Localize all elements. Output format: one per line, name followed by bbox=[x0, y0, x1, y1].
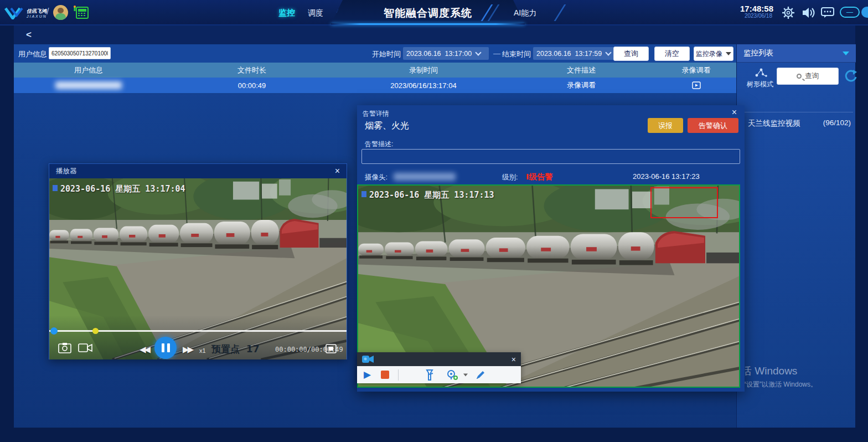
stop-icon[interactable] bbox=[381, 371, 389, 379]
table-header: 用户信息 文件时长 录制时间 文件描述 录像调看 bbox=[14, 63, 736, 78]
user-info-input[interactable] bbox=[49, 47, 111, 59]
phone-icon[interactable] bbox=[72, 6, 90, 20]
alert-desc-label: 告警描述: bbox=[365, 140, 393, 149]
fullscreen-icon[interactable] bbox=[326, 344, 337, 353]
back-bar: < bbox=[14, 25, 855, 44]
table-row[interactable]: 00:00:49 2023/06/16/13:17:04 录像调看 bbox=[14, 78, 736, 93]
close-icon[interactable]: × bbox=[335, 167, 340, 176]
col-description: 文件描述 bbox=[507, 65, 656, 75]
forward-icon[interactable]: ▶▶ bbox=[183, 345, 192, 354]
col-view: 录像调看 bbox=[656, 65, 736, 75]
cell-record-time: 2023/06/16/13:17:04 bbox=[340, 81, 507, 90]
close-icon[interactable]: × bbox=[512, 355, 516, 364]
app-screen: 佳讯飞鸿 JIAXUN / 监控 调度 告警 智能融合调度系统 AI能力 17:… bbox=[0, 0, 868, 442]
player-title: 播放器 bbox=[56, 167, 77, 176]
speed-label: x1 bbox=[199, 347, 206, 354]
pencil-icon[interactable] bbox=[475, 369, 486, 381]
refresh-icon[interactable] bbox=[843, 69, 858, 84]
camera-group-count: (96/102) bbox=[814, 119, 851, 127]
player-video[interactable]: 2023-06-16 星期五 13:17:04 ◀◀ ▶▶ x1 预置点 17 bbox=[49, 178, 347, 359]
osd-chip bbox=[361, 191, 366, 197]
camera-group-name[interactable]: 天兰线监控视频 bbox=[748, 119, 800, 129]
cell-duration: 00:00:49 bbox=[163, 81, 340, 90]
start-time-label: 开始时间 bbox=[372, 49, 401, 59]
brand-divider: / bbox=[46, 7, 49, 17]
tab-ai[interactable]: AI能力 bbox=[514, 8, 536, 18]
osd-chip bbox=[53, 185, 58, 191]
user-info-label: 用户信息 bbox=[18, 49, 47, 59]
seek-handle[interactable] bbox=[50, 327, 58, 335]
player-title-bar[interactable]: 播放器 × bbox=[49, 164, 347, 178]
player-video-timestamp: 2023-06-16 星期五 13:17:04 bbox=[60, 184, 185, 194]
col-duration: 文件时长 bbox=[163, 65, 340, 75]
alert-video-timestamp: 2023-06-16 星期五 13:17:13 bbox=[369, 190, 494, 201]
false-alarm-button[interactable]: 误报 bbox=[648, 118, 683, 133]
logo-v-icon bbox=[4, 7, 25, 19]
main-panel: < 用户信息 开始时间 2023.06.16 13:17:00 — 结束时间 2… bbox=[14, 25, 855, 428]
title-underline bbox=[331, 23, 525, 25]
divider bbox=[740, 112, 853, 112]
query-bar: 用户信息 开始时间 2023.06.16 13:17:00 — 结束时间 202… bbox=[14, 44, 736, 63]
range-dash: — bbox=[493, 49, 500, 58]
rewind-icon[interactable]: ◀◀ bbox=[140, 345, 149, 354]
alert-detail-dialog: 告警详情 × 烟雾、火光 误报 告警确认 告警描述: 摄像头: 级别: Ⅰ级告警… bbox=[357, 105, 745, 392]
redacted-camera-name bbox=[394, 173, 456, 181]
chevron-down-icon bbox=[606, 49, 612, 55]
end-time-label: 结束时间 bbox=[502, 49, 531, 59]
chevron-down-icon bbox=[843, 52, 849, 55]
camcorder-icon[interactable] bbox=[78, 343, 92, 353]
video-view-icon[interactable] bbox=[692, 81, 701, 89]
play-icon[interactable]: ▶ bbox=[364, 369, 371, 381]
chevron-down-icon[interactable] bbox=[463, 373, 468, 376]
col-record-time: 录制时间 bbox=[340, 65, 507, 75]
record-toolbar: × ▶ bbox=[357, 352, 521, 383]
record-toolbar-header[interactable]: × bbox=[357, 352, 521, 366]
speaker-icon[interactable] bbox=[802, 7, 816, 19]
tab-dispatch[interactable]: 调度 bbox=[308, 8, 323, 18]
webcam-add-icon[interactable] bbox=[446, 369, 458, 381]
alarm-marker-dot bbox=[92, 328, 99, 334]
tree-mode-icon[interactable] bbox=[755, 68, 768, 78]
sidebar-header[interactable]: 监控列表 bbox=[737, 44, 856, 63]
tree-mode-label[interactable]: 树形模式 bbox=[747, 80, 773, 89]
sidebar-search-button[interactable]: 查询 bbox=[777, 68, 839, 85]
back-button[interactable]: < bbox=[26, 29, 32, 40]
tab-monitor[interactable]: 监控 bbox=[278, 8, 295, 18]
camera-label: 摄像头: bbox=[365, 173, 388, 182]
decor-slash bbox=[554, 4, 566, 21]
gear-icon[interactable] bbox=[782, 6, 795, 19]
col-user-info: 用户信息 bbox=[14, 65, 163, 75]
player-window: 播放器 × 2023-06-16 星期五 13:17:04 bbox=[49, 163, 347, 359]
minimize-icon[interactable]: — bbox=[840, 7, 860, 18]
close-icon[interactable]: × bbox=[861, 7, 868, 18]
search-button[interactable]: 查询 bbox=[613, 47, 649, 61]
redacted-user-info bbox=[55, 81, 122, 89]
top-bar: 佳讯飞鸿 JIAXUN / 监控 调度 告警 智能融合调度系统 AI能力 17:… bbox=[0, 0, 868, 25]
dialog-title: 告警详情 bbox=[363, 109, 389, 119]
detection-box bbox=[650, 187, 718, 218]
search-icon bbox=[797, 74, 802, 79]
alert-time: 2023-06-16 13:17:23 bbox=[633, 172, 700, 181]
record-toolbar-body: ▶ bbox=[357, 366, 521, 383]
monitor-video-dropdown[interactable]: 监控录像 bbox=[694, 47, 733, 61]
tool-icon[interactable] bbox=[425, 369, 434, 381]
chevron-down-icon bbox=[476, 49, 482, 55]
alarm-confirm-button[interactable]: 告警确认 bbox=[688, 118, 738, 133]
cell-description: 录像调看 bbox=[507, 80, 656, 90]
alert-level: Ⅰ级告警 bbox=[526, 172, 553, 182]
snapshot-icon[interactable] bbox=[58, 342, 71, 353]
avatar[interactable] bbox=[53, 5, 68, 20]
end-time-field[interactable]: 2023.06.16 13:17:59 bbox=[533, 47, 619, 60]
pause-button[interactable] bbox=[154, 337, 177, 359]
alert-type: 烟雾、火光 bbox=[365, 120, 409, 132]
clear-button[interactable]: 清空 bbox=[654, 47, 690, 61]
close-icon[interactable]: × bbox=[732, 108, 737, 117]
alert-desc-textarea[interactable] bbox=[361, 149, 740, 164]
level-label: 级别: bbox=[502, 173, 518, 182]
clock: 17:48:58 2023/06/18 bbox=[740, 4, 772, 19]
chevron-down-icon bbox=[726, 52, 731, 55]
preset-osd: 预置点 17 bbox=[211, 343, 260, 356]
start-time-field[interactable]: 2023.06.16 13:17:00 bbox=[403, 47, 489, 60]
camcorder-icon bbox=[362, 355, 374, 363]
message-icon[interactable] bbox=[821, 7, 834, 18]
